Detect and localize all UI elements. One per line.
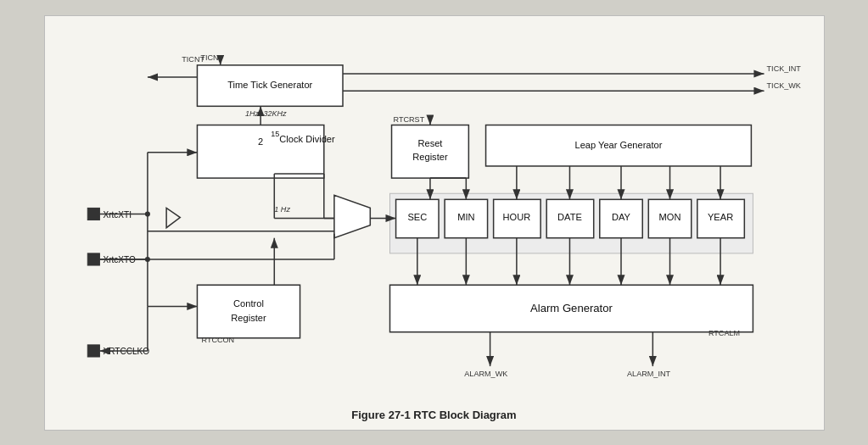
mux-symbol — [333, 195, 369, 237]
sec-label: SEC — [407, 212, 427, 222]
year-label: YEAR — [707, 212, 732, 222]
xrtcxto-pin — [87, 253, 99, 264]
alarm-wk-label: ALARM_WK — [464, 370, 507, 378]
reset-reg-line2: Register — [412, 151, 448, 161]
figure-number: Figure 27-1 — [351, 409, 410, 421]
tick-wk-label: TICK_WK — [766, 81, 800, 90]
reset-reg-line1: Reset — [417, 137, 442, 147]
leap-year-label: Leap Year Generator — [574, 139, 662, 149]
ticnt-top-label: TICNT — [200, 53, 223, 61]
ctrl-reg-box — [197, 285, 300, 338]
one-hz-label: 1 Hz — [274, 205, 290, 214]
alarm-int-label: ALARM_INT — [627, 370, 670, 378]
figure-title: RTC Block Diagram — [413, 409, 516, 421]
junction-xrtcxti — [144, 211, 149, 216]
clock-div-text: Clock Divider — [279, 133, 335, 143]
rtccon-label: RTCCON — [201, 335, 234, 343]
xrtcclko-pin — [87, 344, 99, 356]
tick-int-label: TICK_INT — [766, 64, 801, 72]
rtcalm-label: RTCALM — [708, 328, 739, 337]
buffer-symbol — [166, 208, 180, 227]
freq-range-label: 1Hz~32KHz — [244, 109, 286, 118]
min-label: MIN — [457, 212, 474, 222]
figure-caption: Figure 27-1 RTC Block Diagram — [351, 409, 516, 421]
time-tick-label: Time Tick Generator — [227, 80, 312, 90]
ctrl-reg-line2: Register — [231, 312, 266, 322]
page-container: Time Tick Generator TICNT TICK_INT TICK_… — [44, 15, 825, 431]
hour-label: HOUR — [502, 212, 530, 222]
day-label: DAY — [612, 212, 631, 222]
clock-div-line1: 2 — [258, 136, 263, 146]
date-label: DATE — [557, 212, 582, 222]
xrtcxti-pin — [87, 208, 99, 220]
rtcrst-label: RTCRST — [393, 115, 424, 124]
diagram-area: Time Tick Generator TICNT TICK_INT TICK_… — [62, 31, 807, 402]
alarm-gen-label: Alarm Generator — [530, 301, 613, 314]
clock-div-super: 15 — [271, 129, 279, 137]
ctrl-reg-line1: Control — [233, 298, 264, 309]
mon-label: MON — [658, 212, 680, 222]
